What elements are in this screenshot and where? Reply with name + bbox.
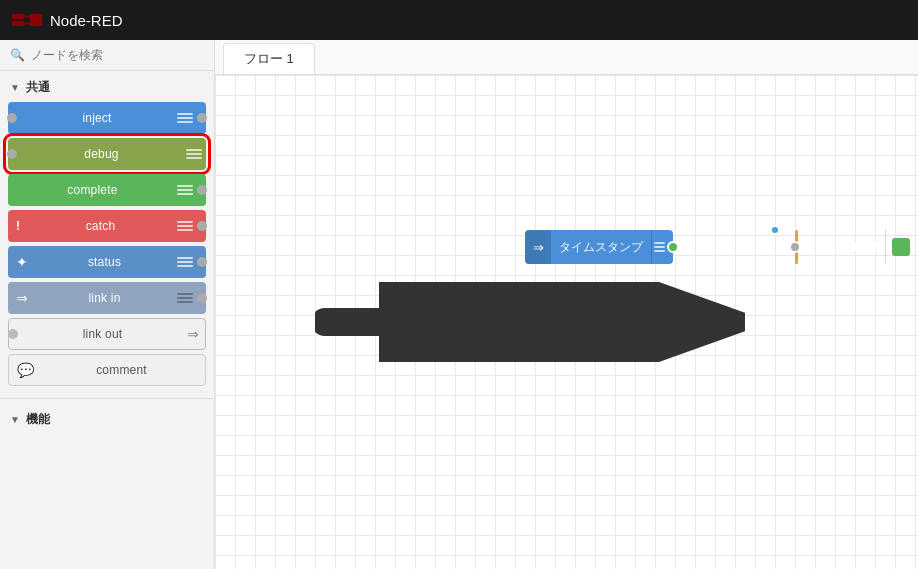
node-list-kyotsu: inject debug complete [0,102,214,394]
section-divider [0,398,214,399]
timestamp-arrow-icon: ⇒ [533,240,544,255]
search-bar[interactable]: 🔍 [0,40,214,71]
node-red-logo-icon [12,10,42,30]
node-catch-menu-icon [177,219,193,233]
section-kyotsu-label: 共通 [26,79,50,96]
canvas-node-msgpayload[interactable]: msg.payload [795,230,798,264]
node-inject[interactable]: inject [8,102,206,134]
canvas-msgpayload-menu [885,230,890,264]
node-linkin-menu-icon [177,291,193,305]
node-linkout[interactable]: link out ⇒ [8,318,206,350]
tab-flow1[interactable]: フロー 1 [223,43,315,74]
node-catch[interactable]: ! catch [8,210,206,242]
search-input[interactable] [31,48,204,62]
port-right-linkin [197,293,207,303]
node-comment[interactable]: 💬 comment [8,354,206,386]
tab-flow1-label: フロー 1 [244,51,294,66]
logo-container: Node-RED [12,10,123,30]
node-debug-menu-icon [186,147,202,161]
node-linkout-label: link out [18,327,187,341]
node-catch-label: catch [24,219,177,233]
comment-icon: 💬 [17,362,34,378]
status-icon: ✦ [16,254,28,270]
timestamp-left-icon: ⇒ [525,230,551,264]
port-left-linkout [8,329,18,339]
canvas-msgpayload-port-left [789,241,801,253]
linkout-arrow-icon: ⇒ [187,326,199,342]
node-status-label: status [32,255,177,269]
section-kyotsu[interactable]: ▼ 共通 [0,71,214,102]
port-left-inject [7,113,17,123]
port-right-status [197,257,207,267]
canvas-node-timestamp[interactable]: ⇒ タイムスタンプ [525,230,673,264]
node-linkin-label: link in [32,291,177,305]
sidebar: 🔍 ▼ 共通 inject debug [0,40,215,569]
svg-rect-0 [12,14,24,19]
node-inject-label: inject [17,111,177,125]
node-inject-menu-icon [177,111,193,125]
canvas-area: フロー 1 ⇒ タイムスタンプ [215,40,918,569]
canvas-msgpayload-dot [770,225,780,235]
port-right-inject [197,113,207,123]
app-title: Node-RED [50,12,123,29]
canvas-msgpayload-status-indicator [892,238,910,256]
main-area: 🔍 ▼ 共通 inject debug [0,40,918,569]
canvas-timestamp-label: タイムスタンプ [551,239,651,256]
header: Node-RED [0,0,918,40]
node-complete-menu-icon [177,183,193,197]
section-kino-label: 機能 [26,411,50,428]
node-complete[interactable]: complete [8,174,206,206]
node-status[interactable]: ✦ status [8,246,206,278]
chevron-down-icon: ▼ [10,82,20,93]
svg-rect-4 [30,14,42,26]
port-right-catch [197,221,207,231]
canvas-msgpayload-label: msg.payload [801,240,885,254]
chevron-kino-icon: ▼ [10,414,20,425]
port-left-debug [7,149,17,159]
node-debug-label: debug [17,147,186,161]
port-right-complete [197,185,207,195]
section-kino[interactable]: ▼ 機能 [0,403,214,434]
node-debug[interactable]: debug [8,138,206,170]
node-complete-label: complete [8,183,177,197]
catch-icon: ! [16,219,20,233]
big-arrow [315,282,745,362]
tabs-bar: フロー 1 [215,40,918,75]
node-linkin[interactable]: ⇒ link in [8,282,206,314]
search-icon: 🔍 [10,48,25,62]
canvas-timestamp-port-right [667,241,679,253]
linkin-arrow-icon: ⇒ [16,290,28,306]
canvas-timestamp-menu [651,230,667,264]
node-status-menu-icon [177,255,193,269]
canvas[interactable]: ⇒ タイムスタンプ msg.payload [215,75,918,569]
svg-rect-1 [12,21,24,26]
node-comment-label: comment [38,363,205,377]
